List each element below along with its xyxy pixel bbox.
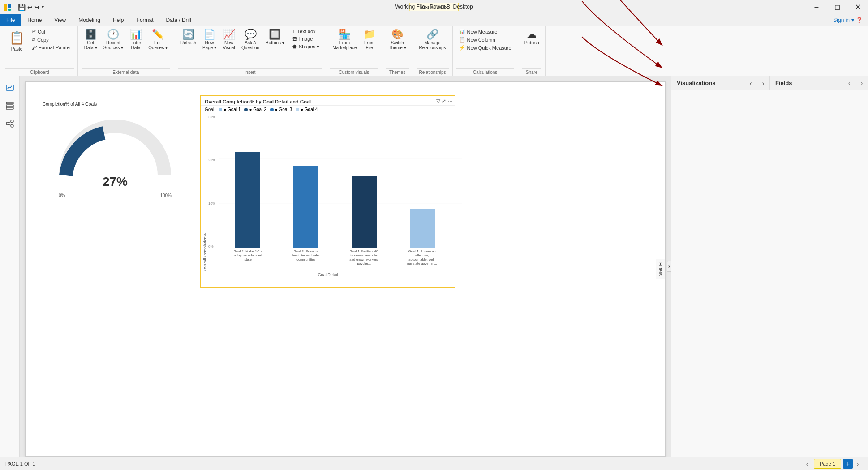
buttons-button[interactable]: 🔲 Buttons ▾ — [263, 28, 287, 47]
cut-button[interactable]: ✂ Cut — [29, 28, 74, 35]
publish-icon: ☁ — [527, 30, 537, 39]
bar-goal4 — [410, 115, 435, 248]
menu-tab-file[interactable]: File — [0, 14, 21, 26]
titlebar: 💾 ↩ ↪ ▾ Visual tools Working File - Powe… — [0, 0, 868, 14]
visual-filter-icon[interactable]: ▽ — [436, 98, 440, 104]
right-panel: Visualizations ‹ › Fields ‹ › — [671, 76, 868, 457]
collapse-right-panel-btn[interactable]: › — [667, 261, 671, 272]
chart-header: Overall Completion% by Goal Detail and G… — [201, 96, 455, 106]
ribbon-group-custom-visuals: 🏪 FromMarketplace 📁 FromFile Custom visu… — [326, 26, 382, 76]
bar-goal2 — [235, 115, 260, 248]
bar-label-goal3: Goal 3- Promote healthier and safer comm… — [290, 249, 322, 271]
menu-tab-data-drill[interactable]: Data / Drill — [160, 14, 198, 26]
shapes-icon: ⬟ — [292, 44, 297, 50]
expand-viz-panel-btn2[interactable]: › — [757, 77, 769, 90]
copy-button[interactable]: ⧉ Copy — [29, 36, 74, 43]
bar-chart-visual[interactable]: ▽ ⤢ ⋯ Overall Completion% by Goal Detail… — [200, 95, 455, 288]
from-marketplace-button[interactable]: 🏪 FromMarketplace — [330, 28, 359, 52]
format-painter-button[interactable]: 🖌 Format Painter — [29, 44, 74, 51]
gauge-title: Completion% of All 4 Goals — [39, 100, 191, 108]
save-button[interactable]: 💾 — [18, 4, 26, 11]
new-page-button[interactable]: 📄 NewPage ▾ — [200, 28, 219, 52]
gauge-visual[interactable]: Completion% of All 4 Goals 27% 0% 100% — [39, 100, 191, 225]
switch-theme-button[interactable]: 🎨 SwitchTheme ▾ — [386, 28, 409, 52]
restore-button[interactable]: ◻ — [827, 0, 847, 14]
sidebar-reports-btn[interactable] — [2, 80, 18, 96]
ribbon-group-external-data: 🗄️ GetData ▾ 🕐 RecentSources ▾ 📊 EnterDa… — [78, 26, 174, 76]
svg-point-8 — [11, 120, 13, 123]
paste-button[interactable]: 📋 Paste — [5, 28, 28, 54]
page-nav-left-btn[interactable]: ‹ — [802, 459, 812, 469]
close-button[interactable]: ✕ — [847, 0, 868, 14]
menubar: File Home View Modeling Help Format Data… — [0, 14, 868, 26]
gauge-max: 100% — [160, 193, 172, 198]
add-page-btn[interactable]: + — [843, 459, 853, 469]
ask-question-button[interactable]: 💬 Ask AQuestion — [239, 28, 262, 52]
svg-rect-0 — [4, 4, 7, 11]
from-file-icon: 📁 — [363, 30, 375, 39]
new-page-icon: 📄 — [203, 30, 215, 39]
minimize-button[interactable]: – — [806, 0, 827, 14]
expand-viz-panel-btn[interactable]: ‹ — [744, 77, 757, 90]
svg-rect-4 — [6, 102, 13, 104]
new-quick-measure-button[interactable]: ⚡ New Quick Measure — [456, 44, 514, 51]
enter-data-button[interactable]: 📊 EnterData — [127, 28, 145, 52]
get-data-button[interactable]: 🗄️ GetData ▾ — [82, 28, 100, 52]
cut-icon: ✂ — [32, 29, 36, 34]
window-title: Working File - Power BI Desktop — [395, 4, 473, 10]
shapes-button[interactable]: ⬟ Shapes ▾ — [290, 43, 322, 51]
gauge-min: 0% — [59, 193, 65, 198]
paste-icon: 📋 — [9, 30, 25, 45]
publish-button[interactable]: ☁ Publish — [522, 28, 542, 47]
new-measure-button[interactable]: 📊 New Measure — [456, 28, 514, 35]
legend-goal4: ● Goal 4 — [296, 107, 318, 112]
ribbon-group-themes: 🎨 SwitchTheme ▾ Themes — [382, 26, 413, 76]
sign-in-button[interactable]: Sign in ▾ ❓ — [828, 17, 868, 23]
text-box-button[interactable]: T Text box — [290, 28, 322, 35]
new-column-button[interactable]: 📋 New Column — [456, 36, 514, 43]
ribbon-group-clipboard: 📋 Paste ✂ Cut ⧉ Copy 🖌 Format Painter — [2, 26, 78, 76]
statusbar: PAGE 1 OF 1 ‹ Page 1 + › — [0, 457, 868, 470]
fields-panel-title: Fields — [769, 76, 843, 90]
expand-fields-panel-btn2[interactable]: › — [855, 77, 868, 90]
ribbon-group-calculations: 📊 New Measure 📋 New Column ⚡ New Quick M… — [453, 26, 518, 76]
legend-goal1: ● Goal 1 — [219, 107, 241, 112]
menu-tab-help[interactable]: Help — [107, 14, 130, 26]
filters-tab[interactable]: Filters — [656, 259, 665, 279]
redo-button[interactable]: ↪ — [34, 4, 40, 11]
from-file-button[interactable]: 📁 FromFile — [361, 28, 378, 52]
ribbon-group-share: ☁ Publish Share — [518, 26, 546, 76]
undo-button[interactable]: ↩ — [27, 4, 33, 11]
canvas-area[interactable]: Completion% of All 4 Goals 27% 0% 100% — [20, 76, 671, 457]
menu-tab-home[interactable]: Home — [21, 14, 48, 26]
svg-line-11 — [9, 124, 11, 125]
svg-line-10 — [9, 122, 11, 123]
svg-rect-6 — [6, 107, 13, 109]
edit-queries-button[interactable]: ✏️ EditQueries ▾ — [146, 28, 170, 52]
bar-rect-goal1 — [352, 176, 377, 248]
sidebar-data-btn[interactable] — [2, 98, 18, 114]
menu-tab-format[interactable]: Format — [130, 14, 160, 26]
page-tab[interactable]: Page 1 — [814, 459, 841, 469]
svg-point-7 — [6, 122, 9, 125]
expand-fields-panel-btn[interactable]: ‹ — [843, 77, 855, 90]
buttons-icon: 🔲 — [269, 30, 281, 39]
sidebar-model-btn[interactable] — [2, 115, 18, 132]
visual-focus-icon[interactable]: ⤢ — [442, 98, 446, 104]
manage-relationships-button[interactable]: 🔗 ManageRelationships — [417, 28, 449, 52]
window-controls: – ◻ ✕ — [806, 0, 868, 14]
svg-point-9 — [11, 124, 13, 127]
relationships-icon: 🔗 — [426, 30, 438, 39]
refresh-button[interactable]: 🔄 Refresh — [178, 28, 199, 47]
visual-more-icon[interactable]: ⋯ — [447, 98, 453, 104]
page-nav-right-btn[interactable]: › — [853, 459, 863, 469]
svg-rect-2 — [8, 9, 11, 11]
new-visual-button[interactable]: 📈 NewVisual — [220, 28, 238, 52]
copy-icon: ⧉ — [32, 37, 35, 43]
image-button[interactable]: 🖼 Image — [290, 35, 322, 43]
bar-goal1 — [352, 115, 377, 248]
menu-tab-modeling[interactable]: Modeling — [72, 14, 107, 26]
dropdown-button[interactable]: ▾ — [42, 4, 44, 9]
menu-tab-view[interactable]: View — [48, 14, 72, 26]
recent-sources-button[interactable]: 🕐 RecentSources ▾ — [101, 28, 126, 52]
